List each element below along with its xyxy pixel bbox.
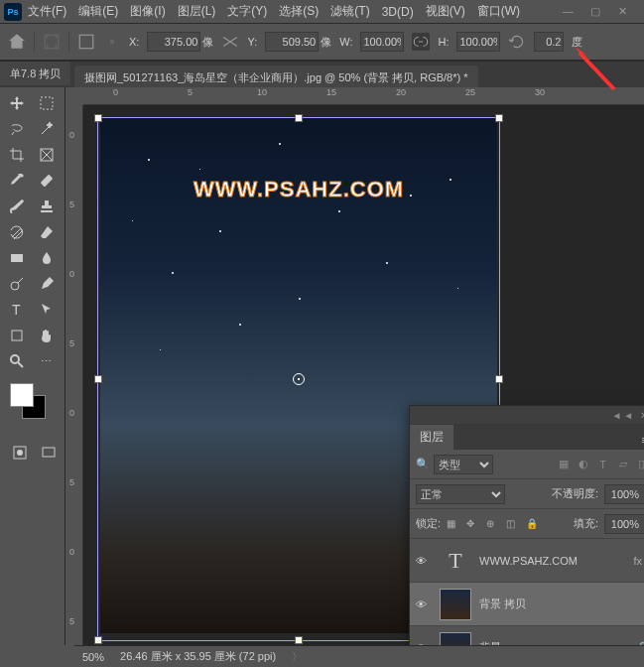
w-input[interactable] [360,32,404,52]
visibility-toggle-icon[interactable]: 👁 [416,599,432,610]
healing-tool[interactable] [34,169,60,193]
marquee-tool[interactable] [34,91,60,115]
ruler-origin[interactable] [65,87,83,105]
menu-select[interactable]: 选择(S) [273,3,324,20]
canvas-area: 0 5 10 15 20 25 30 0 5 0 5 0 5 0 5 [65,87,644,645]
frame-tool[interactable] [34,143,60,167]
type-tool[interactable]: T [4,298,30,322]
anchor-icon[interactable] [103,33,121,51]
menu-image[interactable]: 图像(I) [124,3,171,20]
pen-tool[interactable] [34,272,60,296]
fill-input[interactable] [604,514,644,534]
crop-tool[interactable] [4,143,30,167]
menubar: Ps 文件(F) 编辑(E) 图像(I) 图层(L) 文字(Y) 选择(S) 滤… [0,0,644,24]
layer-item-bgcopy[interactable]: 👁 背景 拷贝 [410,583,644,626]
dodge-tool[interactable] [4,272,30,296]
minimize-icon[interactable]: — [563,5,577,19]
blend-mode-select[interactable]: 正常 [416,484,505,504]
layer-name[interactable]: 背景 拷贝 [479,597,644,611]
hand-tool[interactable] [34,324,60,347]
foreground-color-swatch[interactable] [10,383,34,407]
menu-layer[interactable]: 图层(L) [172,3,222,20]
h-input[interactable] [456,32,500,52]
move-tool[interactable] [4,91,30,115]
layer-item-bg[interactable]: 👁 背景 🔒 [410,626,644,645]
quickmask-icon[interactable] [8,441,33,465]
edit-toolbar-icon[interactable]: ⋯ [34,349,60,373]
rotate-icon[interactable] [508,33,526,51]
filter-shape-icon[interactable]: ▱ [615,457,630,471]
x-label: X: [129,36,139,48]
home-icon[interactable] [8,33,26,51]
stamp-tool[interactable] [34,195,60,218]
zoom-tool[interactable] [4,349,30,373]
reference-point-icon[interactable] [77,33,95,51]
menu-3d[interactable]: 3D(D) [376,5,420,19]
panel-menu-icon[interactable]: ≡ [634,430,644,450]
layer-fx-badge[interactable]: fx ▾ [633,554,644,567]
brush-tool[interactable] [4,195,30,218]
x-input[interactable] [147,32,200,52]
color-picker[interactable] [10,383,50,423]
magic-wand-tool[interactable] [34,117,60,141]
svg-point-1 [46,36,48,38]
rotation-input[interactable] [534,32,564,52]
filter-smart-icon[interactable]: ◫ [635,457,644,471]
search-icon[interactable]: 🔍 [416,458,430,470]
eyedropper-tool[interactable] [4,169,30,193]
app-logo: Ps [4,3,22,21]
status-dropdown-icon[interactable]: 〉 [292,649,303,664]
shape-tool[interactable] [4,324,30,347]
visibility-toggle-icon[interactable]: 👁 [416,555,432,567]
maximize-icon[interactable]: ▢ [590,5,604,19]
lock-nesting-icon[interactable]: ◫ [506,518,520,529]
doc-tab-current[interactable]: 摄图网_501271163_海岛星空（非企业商用）.jpg @ 50% (背景 … [74,66,478,89]
layer-item-text[interactable]: 👁 T WWW.PSAHZ.COM fx ▾ [410,539,644,583]
filter-pixel-icon[interactable]: ▦ [556,457,571,471]
close-icon[interactable]: ✕ [618,5,632,19]
panel-collapse-icon[interactable]: ◄◄ ✕ [611,410,644,421]
opacity-input[interactable] [604,484,644,504]
transform-handle-bl[interactable] [94,636,102,644]
y-input[interactable] [265,32,319,52]
horizontal-ruler[interactable]: 0 5 10 15 20 25 30 [83,87,644,105]
blur-tool[interactable] [34,246,60,270]
lock-pixels-icon[interactable]: ▦ [447,518,460,529]
lock-all-icon[interactable]: 🔒 [526,518,540,529]
filter-adjust-icon[interactable]: ◐ [576,457,590,471]
menu-file[interactable]: 文件(F) [22,3,72,20]
transform-handle-bm[interactable] [295,636,303,644]
vertical-ruler[interactable]: 0 5 0 5 0 5 0 5 [65,105,83,645]
path-select-tool[interactable] [34,298,60,322]
history-brush-tool[interactable] [4,220,30,244]
zoom-level[interactable]: 50% [82,651,104,663]
menu-filter[interactable]: 滤镜(T) [324,3,375,20]
lasso-tool[interactable] [4,117,30,141]
gradient-tool[interactable] [4,246,30,270]
swap-xy-icon[interactable] [221,33,239,51]
layers-tab[interactable]: 图层 [410,425,453,450]
document-info[interactable]: 26.46 厘米 x 35.95 厘米 (72 ppi) [120,649,276,664]
opacity-label: 不透明度: [552,486,598,501]
eraser-tool[interactable] [34,220,60,244]
options-bar: X: 像 Y: 像 W: H: 度 [0,24,644,62]
menu-view[interactable]: 视图(V) [420,3,471,20]
doc-tab-prev[interactable]: 单7.8 拷贝 [0,62,70,85]
panel-titlebar[interactable]: ◄◄ ✕ [410,406,644,424]
menu-type[interactable]: 文字(Y) [221,3,273,20]
layer-name[interactable]: WWW.PSAHZ.COM [479,555,625,567]
link-wh-icon[interactable] [412,33,430,51]
w-label: W: [339,36,352,48]
filter-type-icon[interactable]: T [595,457,610,471]
layer-thumb-image [440,589,471,620]
lock-position-icon[interactable]: ✥ [466,518,480,529]
lock-artboard-icon[interactable]: ⊕ [486,518,500,529]
screenmode-icon[interactable] [37,441,62,465]
layer-filter-select[interactable]: 类型 [434,455,493,474]
svg-rect-17 [43,448,55,457]
watermark-text: WWW.PSAHZ.COM [193,177,404,202]
transform-mode-icon[interactable] [43,33,61,51]
menu-edit[interactable]: 编辑(E) [72,3,124,20]
fill-label: 填充: [574,516,598,531]
menu-window[interactable]: 窗口(W) [471,3,526,20]
